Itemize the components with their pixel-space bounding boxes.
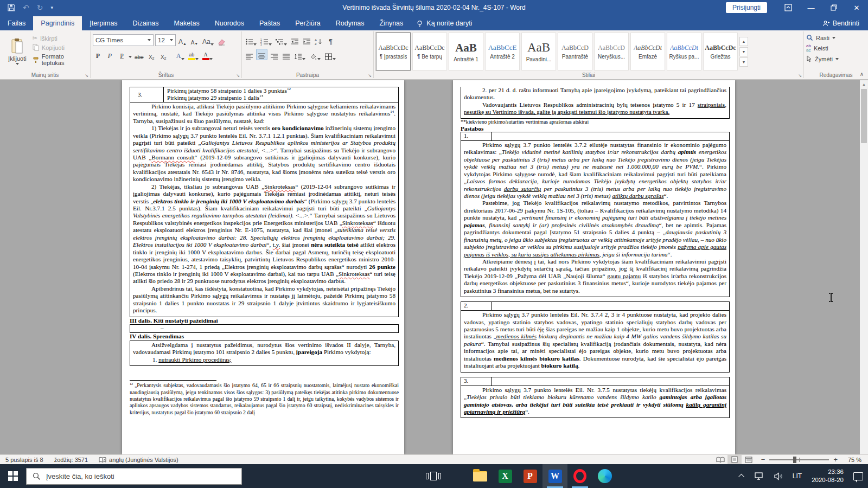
redo-icon[interactable]: ↻ <box>37 4 43 11</box>
zoom-out-icon[interactable]: − <box>761 455 765 464</box>
multilevel-list-button[interactable] <box>275 34 288 46</box>
style-emfaze[interactable]: AaBbCcDt Emfazė <box>630 33 665 70</box>
font-name-combo[interactable]: CG Times <box>93 34 154 46</box>
tray-expand-button[interactable] <box>735 464 749 488</box>
select-button[interactable]: Žymėti <box>806 55 866 62</box>
styles-scroll-down-icon[interactable]: ▼ <box>739 47 748 56</box>
show-marks-button[interactable]: ¶ <box>326 34 336 46</box>
underline-button[interactable]: P <box>117 49 127 60</box>
clock[interactable]: 23:36 2020-08-20 <box>807 464 848 488</box>
sort-button[interactable]: AZ <box>314 34 324 46</box>
text-effects-button[interactable]: A <box>175 49 186 60</box>
vertical-scrollbar[interactable]: ▲ <box>860 80 868 454</box>
tab-iterpimas[interactable]: Įterpimas <box>82 16 125 30</box>
increase-indent-button[interactable] <box>302 34 312 46</box>
copy-button[interactable]: Kopijuoti <box>33 44 88 51</box>
proofing-status[interactable]: anglų (Jungtinės Valstijos) <box>93 457 184 463</box>
zoom-thumb[interactable] <box>793 457 796 463</box>
font-dialog-launcher-icon[interactable]: ↘ <box>236 73 240 78</box>
underline-arrow[interactable] <box>129 56 132 58</box>
word-button[interactable]: W <box>542 464 567 488</box>
undo-icon[interactable]: ↶ <box>23 4 29 11</box>
find-button[interactable]: Rasti <box>806 34 866 41</box>
tab-rodymas[interactable]: Rodymas <box>328 16 372 30</box>
grow-font-button[interactable]: A▲ <box>177 34 188 46</box>
bullets-button[interactable] <box>244 34 258 46</box>
word-count[interactable]: žodžių: 3571 <box>49 457 93 463</box>
borders-button[interactable] <box>323 49 337 60</box>
decrease-indent-button[interactable] <box>290 34 300 46</box>
print-layout-button[interactable] <box>727 455 742 464</box>
highlight-button[interactable]: ab <box>187 49 200 60</box>
zoom-slider[interactable]: − + <box>761 455 838 464</box>
read-mode-button[interactable] <box>713 455 727 464</box>
change-case-button[interactable]: Aa <box>201 34 215 46</box>
powerpoint-button[interactable]: P <box>518 464 542 488</box>
style-be-tarpu[interactable]: AaBbCcDc ¶ Be tarpų <box>412 33 447 70</box>
excel-button[interactable]: X <box>493 464 518 488</box>
style-iprastasis[interactable]: AaBbCcDc ¶ Įprastasis <box>376 33 411 70</box>
tab-pagrindinis[interactable]: Pagrindinis <box>33 16 82 30</box>
language-indicator[interactable]: LIT <box>788 464 807 488</box>
tab-zinynas[interactable]: Žinynas <box>372 16 411 30</box>
web-layout-button[interactable] <box>742 455 756 464</box>
style-neryskus[interactable]: AaBbCcD Neryškus... <box>594 33 629 70</box>
line-spacing-button[interactable] <box>293 49 307 60</box>
tab-dizainas[interactable]: Dizainas <box>125 16 167 30</box>
zoom-in-icon[interactable]: + <box>833 455 838 464</box>
tab-nuorodos[interactable]: Nuorodos <box>207 16 252 30</box>
close-button[interactable]: ✕ <box>845 0 868 15</box>
network-button[interactable] <box>749 464 769 488</box>
numbering-button[interactable]: 123 <box>259 34 273 46</box>
paste-button[interactable]: Įklijuoti <box>2 33 33 70</box>
task-view-button[interactable] <box>421 464 446 488</box>
share-button[interactable]: Bendrinti <box>814 16 868 30</box>
style-antraste-1[interactable]: AaB Antraštė 1 <box>449 33 483 70</box>
collapse-ribbon-icon[interactable]: ∧ <box>860 71 864 77</box>
tell-me-box[interactable]: Ką norite daryti <box>411 16 477 30</box>
font-color-button[interactable]: A <box>201 49 214 60</box>
save-icon[interactable] <box>8 4 15 11</box>
superscript-button[interactable]: X2 <box>158 49 169 60</box>
style-grieztas[interactable]: AaBbCcDc Griežtas <box>703 33 738 70</box>
tab-pastas[interactable]: Paštas <box>252 16 288 30</box>
volume-button[interactable] <box>769 464 788 488</box>
action-center-button[interactable] <box>848 464 868 488</box>
style-paantraste[interactable]: AaBbCcD Paantraštė <box>558 33 592 70</box>
page-indicator[interactable]: 5 puslapis iš 8 <box>0 457 49 463</box>
start-button[interactable] <box>0 464 26 488</box>
file-explorer-button[interactable] <box>468 464 493 488</box>
styles-scroll-up-icon[interactable]: ▲ <box>739 37 748 46</box>
restore-button[interactable] <box>822 0 845 15</box>
document-page-right[interactable]: 2. per 21 d. d. raštu informuoti Tarnybą… <box>453 80 735 454</box>
italic-button[interactable]: P <box>105 49 115 60</box>
style-pavadinimas[interactable]: AaB Pavadini... <box>521 33 556 70</box>
style-antraste-2[interactable]: AaBbCcE Antraštė 2 <box>485 33 520 70</box>
strikethrough-button[interactable]: abe <box>133 49 145 60</box>
paragraph-dialog-launcher-icon[interactable]: ↘ <box>368 73 372 78</box>
scroll-up-icon[interactable]: ▲ <box>860 80 868 88</box>
tab-perziura[interactable]: Peržiūra <box>288 16 328 30</box>
minimize-button[interactable]: — <box>800 0 822 15</box>
format-painter-button[interactable]: Formato teptukas <box>33 53 88 66</box>
paste-dropdown-arrow[interactable] <box>16 63 19 65</box>
align-left-button[interactable] <box>244 49 254 60</box>
opera-button[interactable] <box>567 464 592 488</box>
shrink-font-button[interactable]: A▼ <box>189 34 200 46</box>
customize-quick-access-icon[interactable]: ▾ <box>50 5 53 10</box>
zoom-track[interactable] <box>769 459 829 460</box>
sign-in-button[interactable]: Prisijungti <box>726 2 767 13</box>
align-center-button[interactable] <box>256 49 267 60</box>
replace-button[interactable]: abac Keisti <box>806 44 866 53</box>
bold-button[interactable]: P <box>93 49 103 60</box>
subscript-button[interactable]: X2 <box>146 49 157 60</box>
document-page-left[interactable]: 3. Pirkimų įstatymo 58 straipsnio 1 dali… <box>122 80 404 454</box>
edge-button[interactable] <box>592 464 617 488</box>
tab-maketas[interactable]: Maketas <box>167 16 207 30</box>
tab-failas[interactable]: Failas <box>0 16 33 30</box>
zoom-level[interactable]: 75 % <box>843 457 861 463</box>
scrollbar-thumb[interactable] <box>861 89 867 143</box>
styles-more-icon[interactable]: ▼ <box>739 57 748 67</box>
ribbon-display-options-icon[interactable] <box>777 0 800 15</box>
clipboard-dialog-launcher-icon[interactable]: ↘ <box>85 73 88 78</box>
